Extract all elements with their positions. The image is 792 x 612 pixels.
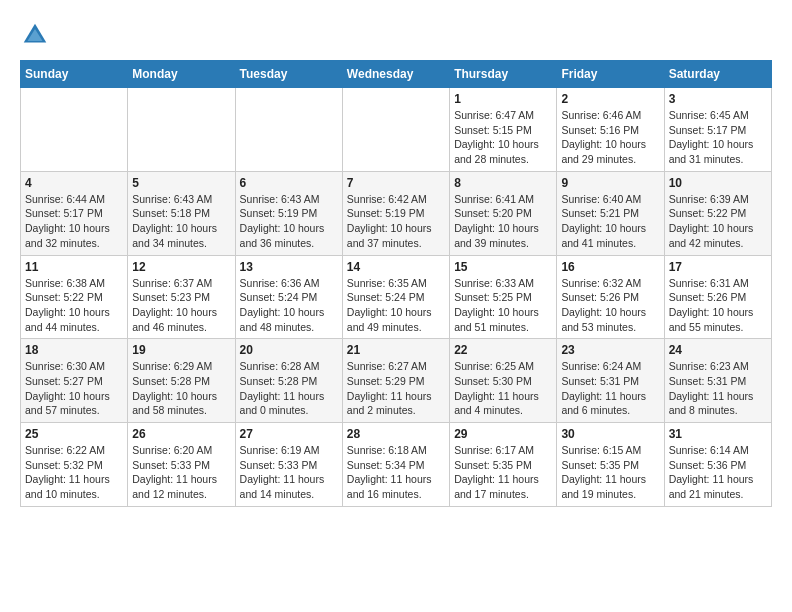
calendar-cell: 20Sunrise: 6:28 AMSunset: 5:28 PMDayligh… <box>235 339 342 423</box>
day-number: 6 <box>240 176 338 190</box>
calendar-cell: 22Sunrise: 6:25 AMSunset: 5:30 PMDayligh… <box>450 339 557 423</box>
calendar-header-thursday: Thursday <box>450 61 557 88</box>
calendar-cell: 29Sunrise: 6:17 AMSunset: 5:35 PMDayligh… <box>450 423 557 507</box>
day-number: 22 <box>454 343 552 357</box>
calendar-table: SundayMondayTuesdayWednesdayThursdayFrid… <box>20 60 772 507</box>
day-info: Sunrise: 6:45 AMSunset: 5:17 PMDaylight:… <box>669 108 767 167</box>
day-number: 17 <box>669 260 767 274</box>
day-number: 20 <box>240 343 338 357</box>
calendar-cell: 21Sunrise: 6:27 AMSunset: 5:29 PMDayligh… <box>342 339 449 423</box>
calendar-cell: 11Sunrise: 6:38 AMSunset: 5:22 PMDayligh… <box>21 255 128 339</box>
day-info: Sunrise: 6:37 AMSunset: 5:23 PMDaylight:… <box>132 276 230 335</box>
calendar-cell: 15Sunrise: 6:33 AMSunset: 5:25 PMDayligh… <box>450 255 557 339</box>
page-header <box>20 20 772 50</box>
calendar-header-row: SundayMondayTuesdayWednesdayThursdayFrid… <box>21 61 772 88</box>
calendar-cell: 23Sunrise: 6:24 AMSunset: 5:31 PMDayligh… <box>557 339 664 423</box>
day-number: 21 <box>347 343 445 357</box>
calendar-week-3: 11Sunrise: 6:38 AMSunset: 5:22 PMDayligh… <box>21 255 772 339</box>
day-number: 25 <box>25 427 123 441</box>
calendar-cell <box>342 88 449 172</box>
calendar-week-4: 18Sunrise: 6:30 AMSunset: 5:27 PMDayligh… <box>21 339 772 423</box>
calendar-cell: 13Sunrise: 6:36 AMSunset: 5:24 PMDayligh… <box>235 255 342 339</box>
day-number: 1 <box>454 92 552 106</box>
day-info: Sunrise: 6:40 AMSunset: 5:21 PMDaylight:… <box>561 192 659 251</box>
day-info: Sunrise: 6:27 AMSunset: 5:29 PMDaylight:… <box>347 359 445 418</box>
calendar-cell: 9Sunrise: 6:40 AMSunset: 5:21 PMDaylight… <box>557 171 664 255</box>
day-number: 28 <box>347 427 445 441</box>
calendar-week-5: 25Sunrise: 6:22 AMSunset: 5:32 PMDayligh… <box>21 423 772 507</box>
day-number: 9 <box>561 176 659 190</box>
calendar-cell: 17Sunrise: 6:31 AMSunset: 5:26 PMDayligh… <box>664 255 771 339</box>
day-number: 5 <box>132 176 230 190</box>
day-number: 4 <box>25 176 123 190</box>
calendar-header-saturday: Saturday <box>664 61 771 88</box>
calendar-cell: 24Sunrise: 6:23 AMSunset: 5:31 PMDayligh… <box>664 339 771 423</box>
calendar-header-friday: Friday <box>557 61 664 88</box>
calendar-cell: 8Sunrise: 6:41 AMSunset: 5:20 PMDaylight… <box>450 171 557 255</box>
calendar-cell: 28Sunrise: 6:18 AMSunset: 5:34 PMDayligh… <box>342 423 449 507</box>
day-info: Sunrise: 6:36 AMSunset: 5:24 PMDaylight:… <box>240 276 338 335</box>
day-number: 7 <box>347 176 445 190</box>
day-info: Sunrise: 6:19 AMSunset: 5:33 PMDaylight:… <box>240 443 338 502</box>
day-info: Sunrise: 6:31 AMSunset: 5:26 PMDaylight:… <box>669 276 767 335</box>
calendar-cell: 3Sunrise: 6:45 AMSunset: 5:17 PMDaylight… <box>664 88 771 172</box>
calendar-cell <box>128 88 235 172</box>
day-info: Sunrise: 6:14 AMSunset: 5:36 PMDaylight:… <box>669 443 767 502</box>
day-info: Sunrise: 6:47 AMSunset: 5:15 PMDaylight:… <box>454 108 552 167</box>
day-number: 16 <box>561 260 659 274</box>
calendar-cell: 19Sunrise: 6:29 AMSunset: 5:28 PMDayligh… <box>128 339 235 423</box>
day-number: 18 <box>25 343 123 357</box>
calendar-header-monday: Monday <box>128 61 235 88</box>
day-number: 12 <box>132 260 230 274</box>
day-number: 8 <box>454 176 552 190</box>
day-info: Sunrise: 6:43 AMSunset: 5:19 PMDaylight:… <box>240 192 338 251</box>
day-info: Sunrise: 6:22 AMSunset: 5:32 PMDaylight:… <box>25 443 123 502</box>
calendar-header-tuesday: Tuesday <box>235 61 342 88</box>
calendar-cell: 12Sunrise: 6:37 AMSunset: 5:23 PMDayligh… <box>128 255 235 339</box>
calendar-cell: 4Sunrise: 6:44 AMSunset: 5:17 PMDaylight… <box>21 171 128 255</box>
calendar-header-wednesday: Wednesday <box>342 61 449 88</box>
day-number: 26 <box>132 427 230 441</box>
day-number: 3 <box>669 92 767 106</box>
day-info: Sunrise: 6:35 AMSunset: 5:24 PMDaylight:… <box>347 276 445 335</box>
calendar-cell: 26Sunrise: 6:20 AMSunset: 5:33 PMDayligh… <box>128 423 235 507</box>
day-info: Sunrise: 6:46 AMSunset: 5:16 PMDaylight:… <box>561 108 659 167</box>
day-info: Sunrise: 6:24 AMSunset: 5:31 PMDaylight:… <box>561 359 659 418</box>
logo <box>20 20 54 50</box>
calendar-cell <box>235 88 342 172</box>
day-number: 13 <box>240 260 338 274</box>
calendar-cell: 10Sunrise: 6:39 AMSunset: 5:22 PMDayligh… <box>664 171 771 255</box>
day-number: 23 <box>561 343 659 357</box>
day-number: 11 <box>25 260 123 274</box>
day-info: Sunrise: 6:23 AMSunset: 5:31 PMDaylight:… <box>669 359 767 418</box>
calendar-week-1: 1Sunrise: 6:47 AMSunset: 5:15 PMDaylight… <box>21 88 772 172</box>
day-info: Sunrise: 6:25 AMSunset: 5:30 PMDaylight:… <box>454 359 552 418</box>
day-number: 29 <box>454 427 552 441</box>
logo-icon <box>20 20 50 50</box>
day-info: Sunrise: 6:33 AMSunset: 5:25 PMDaylight:… <box>454 276 552 335</box>
day-info: Sunrise: 6:41 AMSunset: 5:20 PMDaylight:… <box>454 192 552 251</box>
calendar-header-sunday: Sunday <box>21 61 128 88</box>
day-info: Sunrise: 6:17 AMSunset: 5:35 PMDaylight:… <box>454 443 552 502</box>
calendar-cell: 30Sunrise: 6:15 AMSunset: 5:35 PMDayligh… <box>557 423 664 507</box>
day-number: 15 <box>454 260 552 274</box>
calendar-cell: 16Sunrise: 6:32 AMSunset: 5:26 PMDayligh… <box>557 255 664 339</box>
day-info: Sunrise: 6:32 AMSunset: 5:26 PMDaylight:… <box>561 276 659 335</box>
day-number: 2 <box>561 92 659 106</box>
calendar-cell: 25Sunrise: 6:22 AMSunset: 5:32 PMDayligh… <box>21 423 128 507</box>
day-info: Sunrise: 6:42 AMSunset: 5:19 PMDaylight:… <box>347 192 445 251</box>
day-info: Sunrise: 6:29 AMSunset: 5:28 PMDaylight:… <box>132 359 230 418</box>
day-number: 24 <box>669 343 767 357</box>
calendar-cell: 31Sunrise: 6:14 AMSunset: 5:36 PMDayligh… <box>664 423 771 507</box>
calendar-cell: 2Sunrise: 6:46 AMSunset: 5:16 PMDaylight… <box>557 88 664 172</box>
calendar-cell <box>21 88 128 172</box>
calendar-cell: 6Sunrise: 6:43 AMSunset: 5:19 PMDaylight… <box>235 171 342 255</box>
day-info: Sunrise: 6:30 AMSunset: 5:27 PMDaylight:… <box>25 359 123 418</box>
calendar-cell: 1Sunrise: 6:47 AMSunset: 5:15 PMDaylight… <box>450 88 557 172</box>
day-info: Sunrise: 6:39 AMSunset: 5:22 PMDaylight:… <box>669 192 767 251</box>
calendar-cell: 14Sunrise: 6:35 AMSunset: 5:24 PMDayligh… <box>342 255 449 339</box>
day-info: Sunrise: 6:28 AMSunset: 5:28 PMDaylight:… <box>240 359 338 418</box>
day-info: Sunrise: 6:43 AMSunset: 5:18 PMDaylight:… <box>132 192 230 251</box>
calendar-cell: 27Sunrise: 6:19 AMSunset: 5:33 PMDayligh… <box>235 423 342 507</box>
day-number: 19 <box>132 343 230 357</box>
